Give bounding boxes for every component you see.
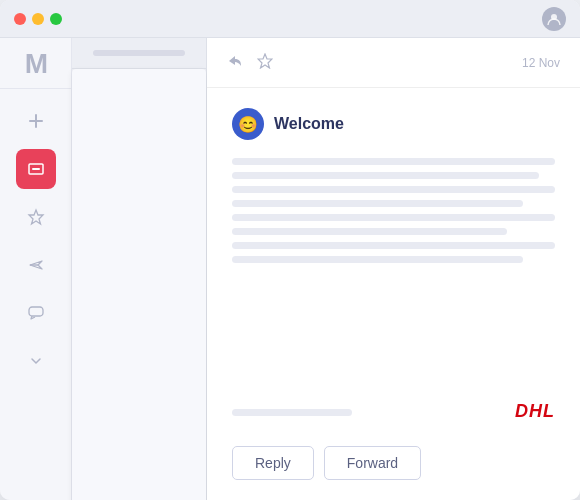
search-bar-area: [72, 38, 206, 69]
email-line: [232, 186, 555, 193]
email-line: [232, 158, 555, 165]
sender-emoji: 😊: [238, 115, 258, 134]
svg-rect-7: [29, 307, 43, 316]
email-list-panel: ↩ ↩: [72, 38, 207, 500]
svg-marker-5: [29, 210, 43, 224]
footer-line-area: [232, 409, 352, 422]
email-date: 12 Nov: [522, 56, 560, 70]
email-line: [232, 172, 539, 179]
gmail-logo: M: [25, 48, 46, 80]
card-stack: ↩ ↩: [72, 69, 206, 500]
app-window: M: [0, 0, 580, 500]
user-avatar[interactable]: [542, 7, 566, 31]
email-actions-left: [227, 53, 273, 73]
sender-avatar: 😊: [232, 108, 264, 140]
email-body: 😊 Welcome: [207, 88, 580, 401]
email-header: 12 Nov: [207, 38, 580, 88]
email-line: [232, 214, 555, 221]
compose-icon[interactable]: [16, 101, 56, 141]
sidebar: M: [0, 38, 72, 500]
dhl-logo: DHL: [515, 401, 555, 422]
inbox-icon[interactable]: [16, 149, 56, 189]
email-sender: 😊 Welcome: [232, 108, 555, 140]
forward-button[interactable]: Forward: [324, 446, 421, 480]
traffic-lights: [14, 13, 62, 25]
red-light[interactable]: [14, 13, 26, 25]
email-actions-bottom: Reply Forward: [207, 432, 580, 500]
email-line: [232, 200, 523, 207]
user-menu[interactable]: [542, 7, 566, 31]
search-bar: [93, 50, 184, 56]
yellow-light[interactable]: [32, 13, 44, 25]
app-body: M: [0, 38, 580, 500]
green-light[interactable]: [50, 13, 62, 25]
email-lines: [232, 158, 555, 263]
email-line: [232, 242, 555, 249]
title-bar: [0, 0, 580, 38]
sidebar-logo-area: M: [0, 48, 71, 89]
more-icon[interactable]: [16, 341, 56, 381]
card-front: [72, 69, 206, 500]
email-line: [232, 256, 523, 263]
email-detail: 12 Nov 😊 Welcome: [207, 38, 580, 500]
svg-marker-8: [258, 54, 272, 68]
email-line: [232, 228, 507, 235]
reply-icon[interactable]: [227, 53, 243, 73]
chat-icon[interactable]: [16, 293, 56, 333]
reply-button[interactable]: Reply: [232, 446, 314, 480]
footer-line: [232, 409, 352, 416]
starred-icon[interactable]: [16, 197, 56, 237]
sent-icon[interactable]: [16, 245, 56, 285]
email-subject: Welcome: [274, 115, 344, 133]
svg-rect-4: [32, 168, 40, 170]
email-footer-area: DHL: [207, 401, 580, 432]
star-icon[interactable]: [257, 53, 273, 73]
